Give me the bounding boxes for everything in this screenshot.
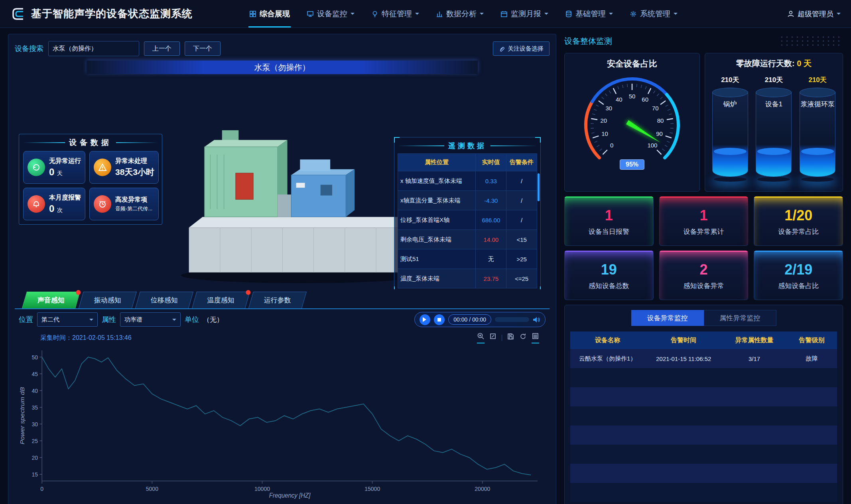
alarm-row[interactable]: 云酷水泵（勿操作1） 2021-01-15 11:06:52 3/17 故障 [570,349,837,368]
focus-button-label: 关注设备选择 [508,45,544,53]
right-header: 设备整体监测 [564,34,843,48]
user-menu[interactable]: 超级管理员 [787,9,841,19]
app-logo-icon [10,6,26,22]
tab-temperature-sense[interactable]: 温度感知 [192,292,250,308]
device-detail-panel: 设备搜索 上一个 下一个 关注设备选择 水泵（勿操作） [8,34,556,504]
stat-sensor-total: 19 感知设备总数 [564,251,654,300]
device-search-input[interactable] [48,41,139,56]
volume-slider[interactable] [495,317,529,322]
alert-badge [246,290,250,295]
svg-text:15: 15 [32,471,38,478]
zoom-icon[interactable] [477,332,485,343]
top-nav: 基于智能声学的设备状态监测系统 综合展现 设备监控 特征管理 数据分析 监测月报 [0,0,851,28]
tank-days: 210天 [765,75,783,84]
stat-daily-alarms: 1 设备当日报警 [564,196,654,246]
zoom-reset-icon[interactable] [489,333,497,343]
nav-label: 特征管理 [382,9,412,19]
tank-name: 设备1 [756,100,791,108]
stat-value: 0 [49,203,54,214]
telemetry-row: x轴直流分量_泵体未端-4.30/ [398,191,537,210]
tab-device-anomaly-monitor[interactable]: 设备异常监控 [631,310,704,326]
player-time: 00:00 / 00:00 [448,314,491,325]
stat-sensor-ratio: 2/19 感知设备占比 [754,251,843,300]
nav-item-data-analysis[interactable]: 数据分析 [435,0,485,27]
position-select[interactable]: 第二代 [37,312,98,327]
nav-item-device-monitor[interactable]: 设备监控 [306,0,355,27]
chart-controls-row: 位置 第二代 属性 功率谱 单位 （无） 00:00 / 00:00 [15,309,550,330]
telemetry-row: 测试51无>25 [398,249,537,269]
nav-item-monthly-report[interactable]: 监测月报 [500,0,549,27]
chevron-down-icon [544,13,548,17]
next-device-button[interactable]: 下一个 [185,41,221,56]
spectrum-chart-block: 采集时间：2021-02-05 15:13:46 050001000015000… [15,330,550,502]
chevron-down-icon [609,13,613,17]
nav-label: 数据分析 [446,9,477,19]
stat-value: 1 [699,207,707,224]
alarm-tabs: 设备异常监控 属性异常监控 [570,310,837,326]
power-spectrum-chart[interactable]: 050001000015000200001520253035404550Freq… [18,344,546,502]
speaker-icon[interactable] [533,316,540,324]
prev-device-button[interactable]: 上一个 [144,41,180,56]
svg-text:60: 60 [642,96,648,103]
tank-name: 浆液循环泵 [800,100,835,108]
stat-label: 异常未处理 [115,157,154,165]
tab-attribute-anomaly-monitor[interactable]: 属性异常监控 [704,310,776,326]
data-view-icon[interactable] [532,332,539,343]
position-select-value: 第二代 [41,316,59,324]
alarm-empty-row [570,483,837,502]
database-icon [565,10,572,18]
corner-decoration [535,286,541,289]
svg-text:15000: 15000 [364,486,380,492]
nav-item-system-mgmt[interactable]: 系统管理 [629,0,678,27]
tab-run-params[interactable]: 运行参数 [248,292,307,308]
zero-fault-title: 零故障运行天数: 0 天 [708,58,839,69]
tab-displacement-sense[interactable]: 位移感知 [135,292,193,308]
capture-time-value: 2021-02-05 15:13:46 [72,334,132,341]
gauge-title: 安全设备占比 [607,58,657,69]
user-name: 超级管理员 [798,9,833,19]
paperclip-icon [499,46,505,52]
svg-text:10: 10 [601,130,608,137]
svg-text:40: 40 [32,387,38,394]
attribute-select-value: 功率谱 [124,316,142,324]
chart-meta-row: 采集时间：2021-02-05 15:13:46 [18,331,546,344]
stat-label: 感知设备异常 [683,281,724,290]
device-data-header: 设备数据 [23,137,158,148]
stat-anomaly-total: 1 设备异常累计 [659,196,749,246]
play-icon [423,317,429,322]
overall-monitor-column: 设备整体监测 安全设备占比 0102030405060708090100 95%… [564,34,843,504]
zero-fault-card: 零故障运行天数: 0 天 210天 锅炉 [705,53,843,192]
telemetry-scrollbar[interactable] [538,173,540,201]
play-button[interactable] [420,314,430,325]
refresh-icon[interactable] [519,333,527,343]
stat-label: 感知设备总数 [589,281,629,290]
alarm-col-header: 异常属性数量 [722,331,786,349]
device-data-panel: 设备数据 无异常运行 0 天 [19,134,162,225]
save-image-icon[interactable] [507,333,514,343]
gear-icon [630,10,637,18]
stat-value: 19 [601,261,617,278]
tank-group: 210天 锅炉 210天 设备1 [708,75,839,178]
attribute-select[interactable]: 功率谱 [120,312,181,327]
overall-monitor-title: 设备整体监测 [564,36,612,47]
alarm-col-header: 告警级别 [786,331,837,349]
telemetry-title: 遥测数据 [448,141,487,151]
svg-text:0: 0 [40,486,43,492]
svg-text:30: 30 [605,105,612,112]
tank-cylinder: 设备1 [756,88,792,178]
device-data-title: 设备数据 [69,137,112,148]
tank-name: 锅炉 [713,100,747,108]
focus-device-select-button[interactable]: 关注设备选择 [493,41,550,56]
nav-label: 监测月报 [511,9,541,19]
tab-sound-sense[interactable]: 声音感知 [22,292,80,308]
alarm-empty-row [570,406,837,426]
nav-item-feature-mgmt[interactable]: 特征管理 [370,0,420,27]
chevron-down-icon [351,13,355,17]
nav-item-overview[interactable]: 综合展现 [248,0,291,27]
nav-item-base-mgmt[interactable]: 基础管理 [564,0,614,27]
tab-vibration-sense[interactable]: 振动感知 [79,292,137,308]
telemetry-header: 遥测数据 [398,140,537,152]
stop-button[interactable] [434,314,445,325]
svg-text:50: 50 [32,354,38,361]
stat-label: 设备异常累计 [683,227,724,236]
